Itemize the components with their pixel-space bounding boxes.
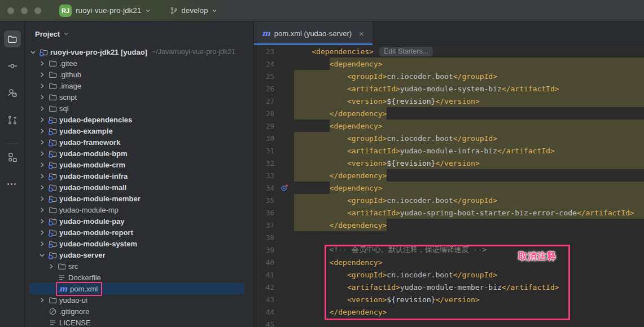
code-line-38[interactable]: 38 (254, 231, 644, 244)
more-icon[interactable]: ••• (4, 175, 21, 192)
code-line-25[interactable]: 25<groupId>cn.iocoder.boot</groupId> (254, 70, 644, 82)
chevron-expanded-icon[interactable] (28, 49, 38, 55)
tree-item-.github[interactable]: .github (25, 69, 253, 80)
tree-item-yudao-dependencies[interactable]: yudao-dependencies (25, 114, 253, 125)
line-number[interactable]: 34 (254, 184, 274, 192)
gutter-target-icon[interactable] (274, 184, 294, 192)
code-line-34[interactable]: 34<dependency> (254, 182, 644, 194)
chevron-collapsed-icon[interactable] (37, 72, 47, 78)
tree-item-yudao-framework[interactable]: yudao-framework (25, 136, 253, 148)
line-number[interactable]: 37 (254, 221, 274, 229)
chevron-collapsed-icon[interactable] (37, 139, 47, 145)
code-line-27[interactable]: 27<version>${revision}</version> (254, 95, 644, 107)
tree-item-yudao-server[interactable]: yudao-server (25, 249, 253, 260)
code-line-23[interactable]: 23<dependencies>Edit Starters... (254, 45, 644, 58)
tree-item-license[interactable]: LICENSE (25, 317, 253, 327)
code-line-32[interactable]: 32<version>${revision}</version> (254, 157, 644, 169)
chevron-collapsed-icon[interactable] (37, 128, 47, 134)
line-number[interactable]: 23 (254, 47, 274, 56)
maximize-window-button[interactable] (34, 7, 41, 14)
code-line-36[interactable]: 36<artifactId>yudao-spring-boot-starter-… (254, 206, 644, 219)
tree-item-yudao-module-report[interactable]: yudao-module-report (25, 227, 253, 238)
tree-item-yudao-example[interactable]: yudao-example (25, 125, 253, 136)
line-number[interactable]: 33 (254, 171, 274, 180)
code-area[interactable]: 23<dependencies>Edit Starters...24<depen… (254, 45, 644, 327)
close-window-button[interactable] (7, 7, 14, 14)
tree-item-sql[interactable]: sql (25, 103, 253, 114)
chevron-collapsed-icon[interactable] (37, 173, 47, 179)
tree-item-yudao-module-system[interactable]: yudao-module-system (25, 238, 253, 249)
tree-item-yudao-ui[interactable]: yudao-ui (25, 294, 253, 306)
code-line-35[interactable]: 35<groupId>cn.iocoder.boot</groupId> (254, 194, 644, 206)
edit-starters-inlay[interactable]: Edit Starters... (379, 47, 433, 56)
line-number[interactable]: 25 (254, 72, 274, 81)
minimize-window-button[interactable] (21, 7, 28, 14)
code-line-37[interactable]: 37</dependency> (254, 219, 644, 231)
code-line-40[interactable]: 40<dependency> (254, 256, 644, 268)
tree-item-yudao-module-member[interactable]: yudao-module-member (25, 193, 253, 204)
chevron-collapsed-icon[interactable] (37, 151, 47, 157)
line-number[interactable]: 38 (254, 233, 274, 242)
line-number[interactable]: 42 (254, 283, 274, 291)
project-icon[interactable] (4, 30, 21, 47)
code-line-44[interactable]: 44</dependency> (254, 306, 644, 318)
commit-icon[interactable] (4, 58, 21, 74)
code-line-29[interactable]: 29<dependency> (254, 120, 644, 132)
project-widget[interactable]: RJ ruoyi-vue-pro-jdk21 (55, 3, 155, 19)
chevron-collapsed-icon[interactable] (37, 83, 47, 89)
tree-item-.gitignore[interactable]: .gitignore (25, 306, 253, 317)
branch-widget[interactable]: develop (165, 3, 221, 19)
line-number[interactable]: 39 (254, 246, 274, 254)
chevron-collapsed-icon[interactable] (37, 241, 47, 247)
line-number[interactable]: 31 (254, 147, 274, 155)
line-number[interactable]: 27 (254, 97, 274, 105)
code-line-45[interactable]: 45 (254, 318, 644, 327)
line-number[interactable]: 44 (254, 308, 274, 316)
chevron-collapsed-icon[interactable] (37, 117, 47, 123)
chevron-collapsed-icon[interactable] (37, 60, 47, 67)
tree-item-.gitee[interactable]: .gitee (25, 58, 253, 69)
users-help-icon[interactable]: ? (4, 85, 21, 101)
tree-item-yudao-module-pay[interactable]: yudao-module-pay (25, 215, 253, 227)
structure-icon[interactable] (4, 148, 21, 165)
line-number[interactable]: 40 (254, 258, 274, 267)
line-number[interactable]: 29 (254, 122, 274, 130)
line-number[interactable]: 30 (254, 134, 274, 143)
code-line-30[interactable]: 30<groupId>cn.iocoder.boot</groupId> (254, 132, 644, 144)
chevron-collapsed-icon[interactable] (37, 105, 47, 112)
line-number[interactable]: 45 (254, 320, 274, 327)
tree-item-yudao-module-mp[interactable]: yudao-module-mp (25, 204, 253, 215)
tree-item-yudao-module-bpm[interactable]: yudao-module-bpm (25, 148, 253, 159)
close-tab-icon[interactable]: × (359, 29, 364, 38)
code-line-28[interactable]: 28</dependency> (254, 107, 644, 120)
chevron-collapsed-icon[interactable] (37, 162, 47, 168)
chevron-collapsed-icon[interactable] (37, 218, 47, 224)
tree-item-yudao-module-infra[interactable]: yudao-module-infra (25, 170, 253, 182)
chevron-collapsed-icon[interactable] (37, 229, 47, 236)
line-number[interactable]: 32 (254, 159, 274, 167)
pull-requests-icon[interactable] (4, 112, 21, 129)
code-line-33[interactable]: 33</dependency> (254, 169, 644, 182)
tab-pom-xml[interactable]: m pom.xml (yudao-server) × (254, 21, 373, 45)
chevron-collapsed-icon[interactable] (37, 94, 47, 100)
tree-item-root[interactable]: ruoyi-vue-pro-jdk21 [yudao]~/Java/ruoyi-… (25, 46, 253, 58)
tree-item-.image[interactable]: .image (25, 80, 253, 91)
chevron-collapsed-icon[interactable] (46, 263, 56, 269)
chevron-collapsed-icon[interactable] (37, 184, 47, 191)
tree-item-yudao-module-mall[interactable]: yudao-module-mall (25, 182, 253, 193)
line-number[interactable]: 36 (254, 209, 274, 217)
line-number[interactable]: 41 (254, 271, 274, 279)
code-line-31[interactable]: 31<artifactId>yudao-module-infra-biz</ar… (254, 144, 644, 157)
code-line-26[interactable]: 26<artifactId>yudao-module-system-biz</a… (254, 82, 644, 95)
chevron-collapsed-icon[interactable] (37, 196, 47, 202)
tree-item-pom.xml[interactable]: mpom.xml (29, 283, 244, 294)
line-number[interactable]: 24 (254, 60, 274, 68)
chevron-expanded-icon[interactable] (37, 252, 47, 258)
code-line-39[interactable]: 39<!-- 会员中心。默认注释，保证编译速度 --> (254, 244, 644, 256)
line-number[interactable]: 26 (254, 85, 274, 93)
tree-item-src[interactable]: src (25, 260, 253, 272)
line-number[interactable]: 43 (254, 295, 274, 304)
line-number[interactable]: 35 (254, 196, 274, 205)
code-line-41[interactable]: 41<groupId>cn.iocoder.boot</groupId> (254, 268, 644, 281)
code-line-43[interactable]: 43<version>${revision}</version> (254, 293, 644, 306)
